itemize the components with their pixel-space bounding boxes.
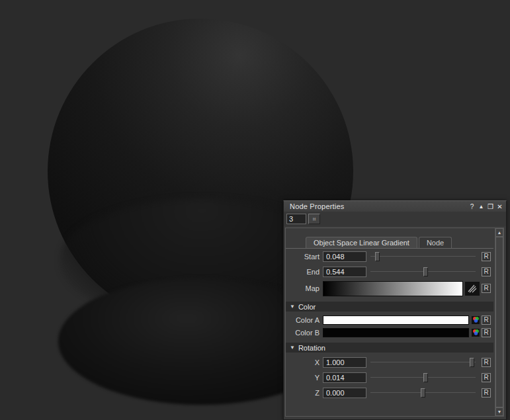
rotation-y-row: Y R [286,370,493,385]
application-window: Node Properties ? ▲ ❐ ✕ ⌗ Object Space L… [0,0,510,420]
collapse-icon[interactable]: ▲ [477,202,486,211]
map-row: Map R [286,279,493,298]
node-index-row: ⌗ [284,212,506,226]
tab-node[interactable]: Node [419,237,452,248]
tab-bar: Object Space Linear Gradient Node [286,236,493,249]
rotation-y-input[interactable] [323,372,366,383]
rotation-x-slider[interactable] [370,357,476,368]
tab-object-space-linear-gradient[interactable]: Object Space Linear Gradient [306,237,417,248]
rotation-y-reset-button[interactable]: R [482,373,491,382]
rotation-z-label: Z [286,389,323,397]
color-a-row: Color A R [286,314,493,326]
rotation-y-label: Y [286,374,323,382]
end-value-input[interactable] [323,267,366,277]
start-slider-handle[interactable] [375,252,380,261]
start-value-input[interactable] [323,251,366,262]
rotation-y-slider-handle[interactable] [423,373,428,382]
scroll-up-icon[interactable]: ▲ [495,228,503,237]
color-b-label: Color B [286,329,323,337]
rotation-x-input[interactable] [323,357,366,368]
rotation-z-slider-handle[interactable] [421,388,425,398]
color-collapse-icon: ▼ [290,304,295,310]
rotation-section-title: Rotation [298,344,325,352]
start-slider-track [370,256,476,257]
end-slider[interactable] [370,267,476,277]
node-index-options-button[interactable]: ⌗ [308,214,320,224]
rotation-z-slider[interactable] [370,388,476,398]
rotation-x-row: X R [286,355,493,370]
map-reset-button[interactable]: R [482,284,491,293]
rotation-z-row: Z R [286,385,493,400]
start-row: Start R [286,249,493,264]
gradient-edit-button[interactable] [464,281,480,296]
color-b-reset-button[interactable]: R [482,328,491,337]
map-gradient-strip[interactable] [323,281,463,296]
color-b-picker-button[interactable] [471,328,480,337]
end-row: End R [286,264,493,279]
color-section-header[interactable]: ▼ Color [286,302,493,312]
color-b-row: Color B R [286,326,493,339]
end-label: End [286,268,323,276]
help-icon[interactable]: ? [468,202,476,211]
rotation-z-input[interactable] [323,388,366,398]
rotation-x-slider-track [370,362,476,362]
color-a-reset-button[interactable]: R [482,315,491,325]
color-wheel-icon [472,316,480,323]
scroll-down-icon[interactable]: ▼ [495,407,503,416]
rotation-section-header[interactable]: ▼ Rotation [286,343,493,353]
start-reset-button[interactable]: R [482,252,491,261]
rotation-x-reset-button[interactable]: R [482,358,491,367]
color-wheel-icon [472,329,480,336]
rotation-z-reset-button[interactable]: R [482,388,491,398]
color-a-swatch[interactable] [323,315,469,325]
color-a-label: Color A [286,316,323,324]
color-section-title: Color [298,303,316,311]
rotation-x-slider-handle[interactable] [470,358,474,367]
rotation-collapse-icon: ▼ [290,345,295,351]
map-label: Map [286,284,323,292]
start-label: Start [286,253,323,261]
color-a-picker-button[interactable] [471,315,480,325]
panel-titlebar[interactable]: Node Properties ? ▲ ❐ ✕ [284,201,506,212]
start-slider[interactable] [370,251,476,262]
panel-content: Object Space Linear Gradient Node Start … [285,228,504,417]
color-b-swatch[interactable] [323,328,469,337]
end-reset-button[interactable]: R [482,267,491,276]
float-icon[interactable]: ❐ [486,202,495,211]
close-icon[interactable]: ✕ [495,202,504,211]
rotation-y-slider[interactable] [370,372,476,383]
node-properties-panel: Node Properties ? ▲ ❐ ✕ ⌗ Object Space L… [283,200,507,420]
node-index-input[interactable] [286,214,306,224]
scrollbar-thumb[interactable] [495,237,503,407]
gradient-pen-icon [467,284,478,293]
end-slider-handle[interactable] [423,267,428,276]
panel-scrollbar[interactable]: ▲ ▼ [495,228,504,417]
panel-title: Node Properties [290,202,467,210]
rotation-x-label: X [286,358,323,366]
